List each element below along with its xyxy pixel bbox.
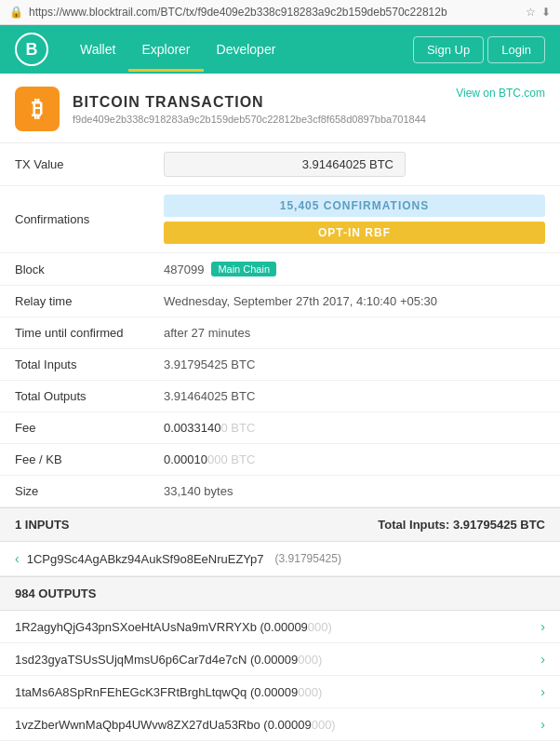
block-label: Block xyxy=(0,253,149,286)
tx-value-cell: 3.91464025 BTC xyxy=(149,143,560,186)
nav-logo[interactable]: B xyxy=(15,33,48,66)
tx-title: BITCOIN TRANSACTION xyxy=(73,94,426,111)
url-actions: ☆ ⬇ xyxy=(526,6,551,19)
output-address: 1taMs6A8SpRnFEhEGcK3FRtBrghLtqwQq xyxy=(15,685,247,699)
output-address: 1vzZberWwnMaQbp4UWvw8ZX27dUa53Rbo xyxy=(15,718,260,732)
size-value: 33,140 bytes xyxy=(149,476,560,507)
input-address: 1CPg9Sc4AgABkz94AukSf9o8EeNruEZYp7 xyxy=(27,552,264,566)
lock-icon: 🔒 xyxy=(9,6,23,19)
time-confirmed-row: Time until confirmed after 27 minutes xyxy=(0,317,560,349)
outputs-label: 984 OUTPUTS xyxy=(15,587,96,600)
inputs-label: 1 INPUTS xyxy=(15,518,70,532)
chevron-right-icon: › xyxy=(540,684,545,699)
confirmations-row: Confirmations 15,405 CONFIRMATIONS OPT-I… xyxy=(0,186,560,253)
output-item[interactable]: 1sd23gyaTSUsSUjqMmsU6p6Car7d4e7cN (0.000… xyxy=(0,643,560,676)
main-content: ₿ BITCOIN TRANSACTION f9de409e2b338c9182… xyxy=(0,74,560,742)
output-address: 1sd23gyaTSUsSUjqMmsU6p6Car7d4e7cN xyxy=(15,653,247,667)
outputs-section-header: 984 OUTPUTS xyxy=(0,576,560,611)
size-row: Size 33,140 bytes xyxy=(0,476,560,507)
total-inputs-value: 3.91795425 BTC xyxy=(149,349,560,381)
output-amount: (0.00009000) xyxy=(260,621,332,634)
main-chain-badge: Main Chain xyxy=(211,262,276,277)
block-number: 487099 xyxy=(164,263,204,277)
tx-hash: f9de409e2b338c918283a9c2b159deb570c22812… xyxy=(73,114,426,125)
relay-time-row: Relay time Wednesday, September 27th 201… xyxy=(0,286,560,317)
tx-details-table: TX Value 3.91464025 BTC Confirmations 15… xyxy=(0,143,560,507)
url-text: https://www.blocktrail.com/BTC/tx/f9de40… xyxy=(29,6,520,19)
block-value: 487099 Main Chain xyxy=(164,262,545,277)
nav-explorer[interactable]: Explorer xyxy=(128,27,203,72)
relay-time-value: Wednesday, September 27th 2017, 4:10:40 … xyxy=(149,286,560,317)
btc-icon: ₿ xyxy=(15,87,60,131)
total-outputs-row: Total Outputs 3.91464025 BTC xyxy=(0,381,560,412)
output-amount: (0.00009000) xyxy=(263,719,335,732)
chevron-right-icon: › xyxy=(540,652,545,667)
output-item[interactable]: 1taMs6A8SpRnFEhEGcK3FRtBrghLtqwQq (0.000… xyxy=(0,676,560,708)
download-icon[interactable]: ⬇ xyxy=(541,6,551,19)
total-outputs-value: 3.91464025 BTC xyxy=(149,381,560,412)
bookmark-icon[interactable]: ☆ xyxy=(526,6,536,19)
output-amount: (0.00009000) xyxy=(250,686,322,699)
navbar: B Wallet Explorer Developer Sign Up Logi… xyxy=(0,25,560,74)
relay-time-label: Relay time xyxy=(0,286,149,317)
tx-value-label: TX Value xyxy=(0,143,149,186)
confirmations-badge: 15,405 CONFIRMATIONS xyxy=(164,195,545,217)
block-row: Block 487099 Main Chain xyxy=(0,253,560,286)
fee-kb-main: 0.00010 xyxy=(164,452,207,466)
nav-developer[interactable]: Developer xyxy=(204,27,289,72)
confirmations-label: Confirmations xyxy=(0,186,149,253)
fee-kb-dim: 000 BTC xyxy=(207,452,255,466)
chevron-right-icon: › xyxy=(540,717,545,732)
total-outputs-label: Total Outputs xyxy=(0,381,149,412)
output-item[interactable]: 1vzZberWwnMaQbp4UWvw8ZX27dUa53Rbo (0.000… xyxy=(0,708,560,741)
fee-kb-label: Fee / KB xyxy=(0,444,149,476)
rbf-badge: OPT-IN RBF xyxy=(164,222,545,244)
nav-right: Sign Up Login xyxy=(413,36,545,63)
total-inputs-label: Total Inputs xyxy=(0,349,149,381)
outputs-list: 1R2agyhQjG43pnSXoeHtAUsNa9mVRRYXb (0.000… xyxy=(0,611,560,742)
output-item[interactable]: 1R2agyhQjG43pnSXoeHtAUsNa9mVRRYXb (0.000… xyxy=(0,611,560,643)
inputs-total: Total Inputs: 3.91795425 BTC xyxy=(378,518,545,532)
nav-wallet[interactable]: Wallet xyxy=(67,27,128,72)
time-confirmed-value: after 27 minutes xyxy=(149,317,560,349)
url-bar: 🔒 https://www.blocktrail.com/BTC/tx/f9de… xyxy=(0,0,560,25)
tx-value-row: TX Value 3.91464025 BTC xyxy=(0,143,560,186)
fee-dim: 0 BTC xyxy=(220,421,255,435)
total-inputs-row: Total Inputs 3.91795425 BTC xyxy=(0,349,560,381)
fee-label: Fee xyxy=(0,412,149,444)
tx-header: ₿ BITCOIN TRANSACTION f9de409e2b338c9182… xyxy=(0,74,560,143)
inputs-section-header: 1 INPUTS Total Inputs: 3.91795425 BTC xyxy=(0,507,560,542)
tx-value-box: 3.91464025 BTC xyxy=(164,152,406,177)
size-label: Size xyxy=(0,476,149,507)
confirmations-wrapper: 15,405 CONFIRMATIONS OPT-IN RBF xyxy=(164,195,545,244)
input-amount: (3.91795425) xyxy=(275,552,341,565)
view-btc-link[interactable]: View on BTC.com xyxy=(456,87,545,100)
input-item[interactable]: ‹ 1CPg9Sc4AgABkz94AukSf9o8EeNruEZYp7 (3.… xyxy=(0,542,560,576)
signup-button[interactable]: Sign Up xyxy=(413,36,484,63)
time-confirmed-label: Time until confirmed xyxy=(0,317,149,349)
login-button[interactable]: Login xyxy=(487,36,545,63)
output-address: 1R2agyhQjG43pnSXoeHtAUsNa9mVRRYXb xyxy=(15,620,257,634)
output-amount: (0.00009000) xyxy=(250,654,322,667)
chevron-left-icon: ‹ xyxy=(15,551,20,566)
fee-kb-row: Fee / KB 0.00010000 BTC xyxy=(0,444,560,476)
chevron-right-icon: › xyxy=(540,619,545,634)
fee-row: Fee 0.00331400 BTC xyxy=(0,412,560,444)
fee-main: 0.0033140 xyxy=(164,421,220,435)
nav-links: Wallet Explorer Developer xyxy=(67,27,413,72)
